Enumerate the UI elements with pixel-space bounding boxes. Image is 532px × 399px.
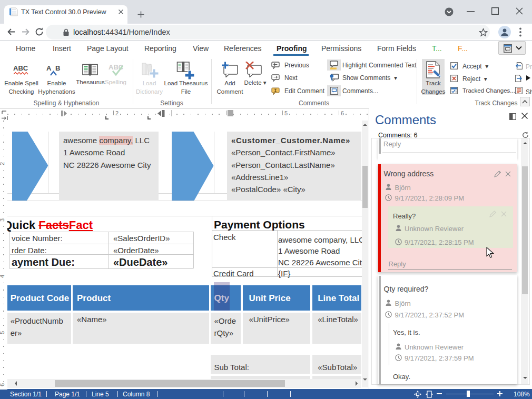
- svg-text:ABC: ABC: [13, 64, 28, 72]
- svg-text:B: B: [55, 64, 60, 72]
- svg-text:A: A: [46, 64, 52, 72]
